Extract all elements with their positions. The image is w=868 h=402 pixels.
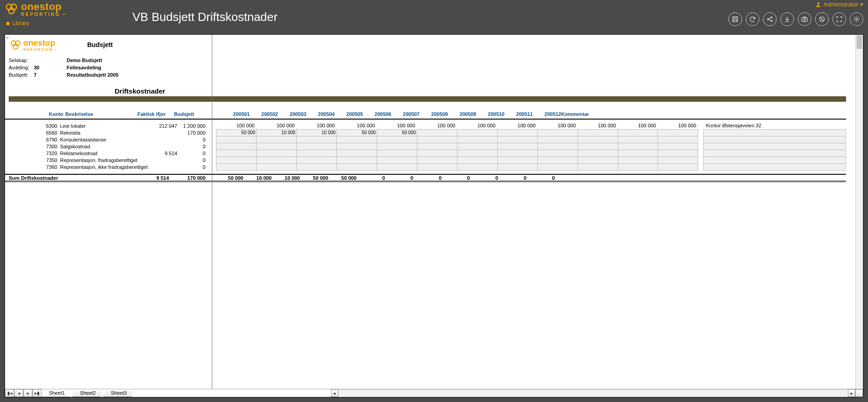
last-sheet-button[interactable]: ▸▮: [32, 389, 42, 397]
month-input-cell[interactable]: [457, 163, 497, 170]
month-input-cell[interactable]: [377, 136, 417, 143]
scroll-left-button[interactable]: ◂: [331, 389, 338, 397]
month-input-cell[interactable]: [457, 136, 497, 143]
month-input-cell[interactable]: [537, 157, 578, 163]
month-input-cell[interactable]: [457, 129, 497, 136]
month-input-cell[interactable]: [256, 150, 296, 157]
month-input-cell[interactable]: [296, 150, 337, 157]
month-input-cell[interactable]: [417, 136, 457, 143]
month-input-cell[interactable]: 10 000: [256, 129, 296, 136]
user-menu[interactable]: Administrator ▾: [815, 1, 863, 8]
kommentar-input-cell[interactable]: [703, 157, 846, 163]
horizontal-scrollbar[interactable]: ◂ ▸: [331, 389, 855, 397]
month-input-cell[interactable]: [216, 136, 257, 143]
scroll-track[interactable]: [338, 389, 848, 397]
month-input-cell[interactable]: [537, 150, 578, 157]
month-input-cell[interactable]: [256, 136, 296, 143]
month-input-cell[interactable]: [578, 150, 618, 157]
month-input-cell[interactable]: [337, 150, 377, 157]
month-input-cell[interactable]: [216, 157, 257, 163]
month-input-cell[interactable]: [658, 157, 698, 163]
month-input-cell[interactable]: [497, 163, 537, 170]
month-input-cell[interactable]: [497, 143, 537, 150]
scroll-right-button[interactable]: ▸: [848, 389, 855, 397]
month-input-cell[interactable]: [377, 150, 417, 157]
month-input-cell[interactable]: [497, 136, 537, 143]
month-input-cell[interactable]: [578, 136, 618, 143]
download-button[interactable]: [780, 12, 794, 26]
month-input-cell[interactable]: [256, 157, 296, 163]
settings-button[interactable]: [850, 12, 863, 26]
month-input-cell[interactable]: [618, 157, 658, 163]
month-input-cell[interactable]: [658, 163, 698, 170]
month-input-cell[interactable]: [457, 143, 497, 150]
month-input-cell[interactable]: [658, 143, 698, 150]
refresh-button[interactable]: [746, 12, 759, 26]
sheet-tab[interactable]: Sheet2: [72, 389, 104, 397]
month-input-cell[interactable]: 10 000: [296, 129, 337, 136]
month-input-cell[interactable]: [417, 143, 457, 150]
month-input-cell[interactable]: [537, 129, 578, 136]
month-input-cell[interactable]: [658, 136, 698, 143]
sheet-tab[interactable]: Sheet3: [103, 389, 135, 397]
month-input-cell[interactable]: [537, 163, 578, 170]
month-input-cell[interactable]: 50 000: [216, 129, 257, 136]
month-input-cell[interactable]: [256, 143, 296, 150]
month-input-cell[interactable]: [377, 163, 417, 170]
month-input-cell[interactable]: [377, 157, 417, 163]
month-input-cell[interactable]: [578, 157, 618, 163]
save-button[interactable]: [728, 12, 742, 26]
month-input-cell[interactable]: [658, 129, 698, 136]
vertical-scrollbar[interactable]: [855, 35, 863, 389]
next-sheet-button[interactable]: ▸: [23, 389, 32, 397]
month-input-cell[interactable]: [377, 143, 417, 150]
month-input-cell[interactable]: [337, 143, 377, 150]
kommentar-input-cell[interactable]: [703, 150, 846, 157]
share-button[interactable]: [763, 12, 777, 26]
month-input-cell[interactable]: [417, 150, 457, 157]
month-input-cell[interactable]: [296, 157, 337, 163]
snapshot-button[interactable]: [798, 12, 811, 26]
month-input-cell[interactable]: [417, 157, 457, 163]
month-input-cell[interactable]: [296, 163, 337, 170]
sheet-tab[interactable]: Sheet1: [41, 389, 73, 397]
month-input-cell[interactable]: [497, 129, 537, 136]
month-input-cell[interactable]: 50 000: [337, 129, 377, 136]
kommentar-input-cell[interactable]: [703, 129, 846, 136]
month-input-cell[interactable]: [578, 129, 618, 136]
month-input-cell[interactable]: [296, 143, 337, 150]
first-sheet-button[interactable]: ▮◂: [5, 389, 14, 397]
month-input-cell[interactable]: [537, 136, 578, 143]
month-input-cell[interactable]: [296, 136, 337, 143]
month-input-cell[interactable]: [618, 150, 658, 157]
kommentar-input-cell[interactable]: [703, 143, 846, 150]
month-input-cell[interactable]: [578, 163, 618, 170]
kommentar-input-cell[interactable]: [703, 163, 846, 170]
month-input-cell[interactable]: [216, 143, 257, 150]
month-input-cell[interactable]: [337, 157, 377, 163]
month-input-cell[interactable]: [256, 163, 296, 170]
fullscreen-button[interactable]: [832, 12, 846, 26]
month-input-cell[interactable]: [216, 163, 257, 170]
month-input-cell[interactable]: [537, 143, 578, 150]
month-input-cell[interactable]: [337, 136, 377, 143]
month-input-cell[interactable]: [417, 129, 457, 136]
month-input-cell[interactable]: [618, 143, 658, 150]
month-input-cell[interactable]: [618, 136, 658, 143]
library-link[interactable]: Library: [6, 20, 123, 26]
month-input-cell[interactable]: [658, 150, 698, 157]
scrollbar-thumb[interactable]: [857, 35, 862, 49]
kommentar-input-cell[interactable]: [703, 136, 846, 143]
month-input-cell[interactable]: [578, 143, 618, 150]
month-input-cell[interactable]: [618, 129, 658, 136]
month-input-cell[interactable]: [618, 163, 658, 170]
prev-sheet-button[interactable]: ◂: [14, 389, 23, 397]
month-input-cell[interactable]: [216, 150, 257, 157]
month-input-cell[interactable]: 50 000: [377, 129, 417, 136]
disable-button[interactable]: [815, 12, 829, 26]
month-input-cell[interactable]: [417, 163, 457, 170]
month-input-cell[interactable]: [497, 157, 537, 163]
month-input-cell[interactable]: [337, 163, 377, 170]
month-input-cell[interactable]: [457, 157, 497, 163]
month-input-cell[interactable]: [457, 150, 497, 157]
